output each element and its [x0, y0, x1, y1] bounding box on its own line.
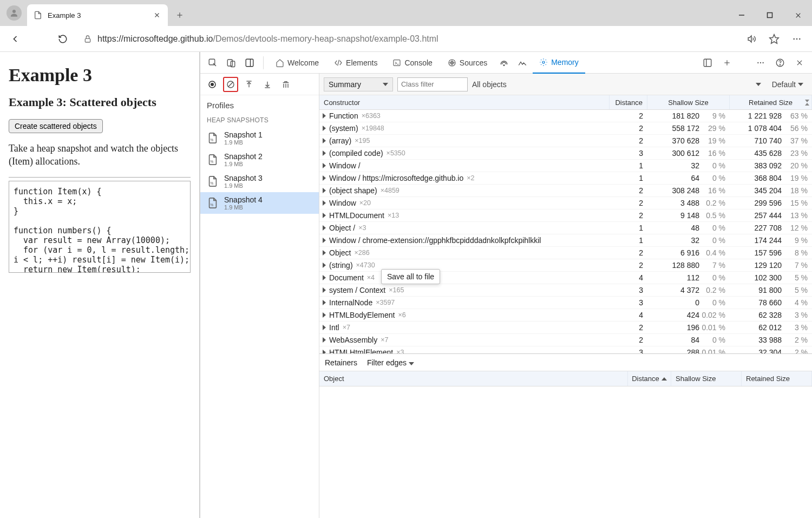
tab-sources[interactable]: Sources — [441, 52, 494, 74]
expand-icon[interactable] — [323, 150, 326, 156]
inspect-element-icon[interactable] — [205, 55, 221, 71]
col-object[interactable]: Object — [319, 371, 628, 386]
snapshot-item[interactable]: % Snapshot 1 1.9 MB — [200, 127, 319, 149]
network-icon[interactable] — [496, 55, 512, 71]
heap-row[interactable]: Object ×286 2 6 916 0.4 % 157 596 8 % — [319, 247, 812, 259]
heap-row[interactable]: Object / ×3 1 48 0 % 227 708 12 % — [319, 222, 812, 234]
expand-icon[interactable] — [323, 263, 326, 268]
activity-bar-icon[interactable] — [699, 55, 716, 71]
snapshot-item[interactable]: % Snapshot 4 1.9 MB — [200, 192, 319, 214]
tab-close-icon[interactable] — [153, 11, 161, 19]
refresh-button[interactable] — [53, 29, 73, 49]
snapshot-title: Snapshot 3 — [224, 174, 263, 182]
col-distance-retainers[interactable]: Distance — [628, 371, 671, 386]
expand-icon[interactable] — [323, 300, 326, 305]
browser-tab[interactable]: Example 3 — [27, 4, 168, 26]
view-mode-select[interactable]: Summary — [324, 77, 393, 91]
heap-row[interactable]: Window / 1 32 0 % 383 092 20 % — [319, 160, 812, 172]
code-textarea[interactable]: function Item(x) { this.x = x; } functio… — [9, 181, 191, 273]
object-scope-select[interactable]: All objects — [472, 80, 751, 89]
class-filter-input[interactable] — [397, 77, 468, 91]
load-profile-button[interactable] — [241, 77, 257, 92]
create-scattered-objects-button[interactable]: Create scattered objects — [9, 119, 103, 133]
col-retained-size[interactable]: Retained Size — [730, 95, 812, 109]
tab-elements[interactable]: Elements — [328, 52, 384, 74]
clear-profiles-button[interactable] — [223, 77, 238, 92]
new-tab-button[interactable] — [171, 6, 188, 24]
instance-count: ×3 — [396, 349, 404, 353]
devtools-close-icon[interactable] — [791, 55, 808, 71]
col-distance[interactable]: Distance — [610, 95, 647, 109]
perspective-select[interactable]: Default — [772, 80, 803, 89]
device-toggle-icon[interactable] — [223, 55, 239, 71]
expand-icon[interactable] — [323, 200, 326, 206]
save-profile-button[interactable] — [260, 77, 275, 92]
expand-icon[interactable] — [323, 325, 326, 330]
svg-point-13 — [799, 38, 801, 40]
heap-row[interactable]: (system) ×19848 2 558 172 29 % 1 078 404… — [319, 122, 812, 135]
heap-row[interactable]: Function ×6363 2 181 820 9 % 1 221 928 6… — [319, 110, 812, 122]
url-box[interactable]: https://microsoftedge.github.io/Demos/de… — [77, 29, 737, 49]
window-close-button[interactable] — [784, 4, 812, 26]
help-icon[interactable] — [772, 55, 788, 71]
expand-icon[interactable] — [323, 287, 326, 293]
window-maximize-button[interactable] — [756, 4, 784, 26]
record-button[interactable] — [205, 77, 220, 92]
heap-row[interactable]: InternalNode ×3597 3 0 0 % 78 660 4 % — [319, 297, 812, 309]
heap-row[interactable]: Window / chrome-extension://gpphkfbcpidd… — [319, 234, 812, 247]
back-button[interactable] — [5, 29, 25, 49]
heap-row[interactable]: system / Context ×165 3 4 372 0.2 % 91 8… — [319, 284, 812, 297]
snapshot-size: 1.9 MB — [224, 204, 263, 211]
profile-avatar-icon[interactable] — [6, 5, 22, 21]
expand-icon[interactable] — [323, 312, 326, 318]
expand-icon[interactable] — [323, 175, 326, 181]
expand-icon[interactable] — [323, 126, 326, 131]
tab-console[interactable]: Console — [386, 52, 438, 74]
expand-icon[interactable] — [323, 113, 326, 119]
expand-icon[interactable] — [323, 213, 326, 218]
col-constructor[interactable]: Constructor — [319, 95, 610, 109]
expand-icon[interactable] — [323, 138, 326, 143]
retainers-tab[interactable]: Retainers — [325, 358, 357, 367]
more-tools-icon[interactable] — [752, 55, 769, 71]
cell-retained-pct: 20 % — [784, 161, 812, 170]
col-shallow-retainers[interactable]: Shallow Size — [671, 371, 742, 386]
heap-row[interactable]: (compiled code) ×5350 3 300 612 16 % 435… — [319, 147, 812, 160]
heap-row[interactable]: HTMLBodyElement ×6 4 424 0.02 % 62 328 3… — [319, 309, 812, 322]
heap-row[interactable]: HTMLDocument ×13 2 9 148 0.5 % 257 444 1… — [319, 209, 812, 222]
retainers-body — [319, 386, 812, 518]
expand-icon[interactable] — [323, 275, 326, 280]
heap-row[interactable]: Intl ×7 2 196 0.01 % 62 012 3 % — [319, 322, 812, 334]
expand-icon[interactable] — [323, 188, 326, 193]
collect-garbage-button[interactable] — [278, 77, 293, 92]
heap-row[interactable]: WebAssembly ×7 2 84 0 % 33 988 2 % — [319, 334, 812, 346]
expand-icon[interactable] — [323, 238, 326, 243]
col-retained-retainers[interactable]: Retained Size — [742, 371, 812, 386]
context-menu-save-all[interactable]: Save all to file — [381, 269, 440, 284]
expand-icon[interactable] — [323, 225, 326, 231]
tab-memory[interactable]: Memory — [533, 52, 585, 74]
read-aloud-icon[interactable] — [742, 29, 761, 49]
add-tab-icon[interactable] — [719, 55, 735, 71]
heap-row[interactable]: Window / https://microsoftedge.github.io… — [319, 172, 812, 185]
heap-table-body[interactable]: Function ×6363 2 181 820 9 % 1 221 928 6… — [319, 110, 812, 353]
expand-icon[interactable] — [323, 250, 326, 255]
window-minimize-button[interactable] — [728, 4, 756, 26]
favorites-icon[interactable] — [764, 29, 784, 49]
heap-row[interactable]: (object shape) ×4859 2 308 248 16 % 345 … — [319, 185, 812, 197]
snapshot-item[interactable]: % Snapshot 3 1.9 MB — [200, 171, 319, 192]
settings-menu-icon[interactable] — [787, 29, 807, 49]
expand-icon[interactable] — [323, 337, 326, 343]
filter-edges-dropdown[interactable]: Filter edges — [367, 358, 414, 367]
snapshot-item[interactable]: % Snapshot 2 1.9 MB — [200, 149, 319, 171]
heap-row[interactable]: Window ×20 2 3 488 0.2 % 299 596 15 % — [319, 197, 812, 209]
heap-row[interactable]: HTMLHtmlElement ×3 3 288 0.01 % 32 304 2… — [319, 346, 812, 353]
expand-icon[interactable] — [323, 350, 326, 353]
col-shallow-size[interactable]: Shallow Size — [647, 95, 730, 109]
expand-icon[interactable] — [323, 163, 326, 168]
dock-side-icon[interactable] — [241, 55, 258, 71]
heap-row[interactable]: (array) ×195 2 370 628 19 % 710 740 37 % — [319, 135, 812, 147]
performance-icon[interactable] — [514, 55, 531, 71]
tab-welcome[interactable]: Welcome — [269, 52, 325, 74]
constructor-name: WebAssembly — [329, 336, 377, 344]
